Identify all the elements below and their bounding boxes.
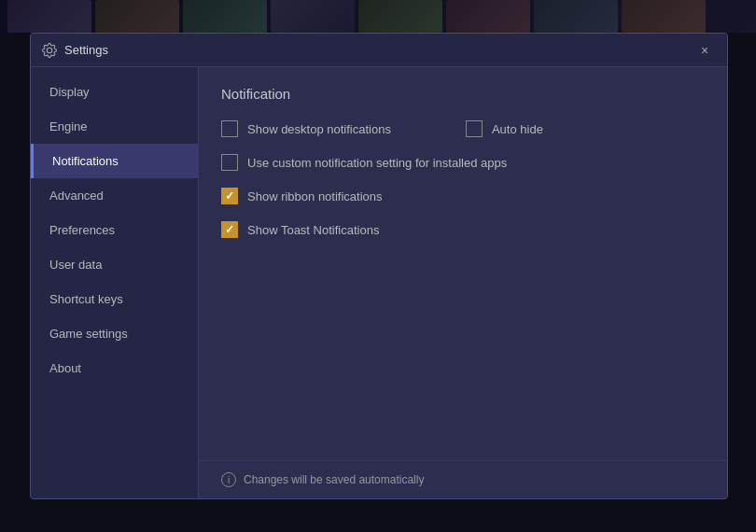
dialog-title: Settings — [64, 43, 693, 57]
sidebar-item-advanced[interactable]: Advanced — [31, 178, 198, 213]
show-toast-checkbox[interactable] — [221, 221, 238, 238]
close-button[interactable]: × — [693, 39, 716, 62]
auto-hide-label[interactable]: Auto hide — [492, 122, 543, 136]
show-toast-label[interactable]: Show Toast Notifications — [247, 223, 379, 237]
show-ribbon-checkbox[interactable] — [221, 188, 238, 204]
settings-dialog: Settings × Display Engine Notifications … — [30, 33, 728, 499]
show-ribbon-label[interactable]: Show ribbon notifications — [247, 189, 383, 203]
footer-note: i Changes will be saved automatically — [199, 460, 727, 498]
show-toast-row: Show Toast Notifications — [221, 221, 705, 238]
footer-note-text: Changes will be saved automatically — [244, 473, 424, 486]
custom-notification-row: Use custom notification setting for inst… — [221, 154, 705, 171]
sidebar-item-preferences[interactable]: Preferences — [31, 213, 198, 247]
custom-notification-checkbox[interactable] — [221, 154, 238, 171]
section-title: Notification — [221, 86, 705, 102]
settings-icon — [42, 43, 57, 58]
show-desktop-label[interactable]: Show desktop notifications — [247, 122, 391, 136]
auto-hide-group: Auto hide — [466, 120, 543, 137]
sidebar-item-user-data[interactable]: User data — [31, 247, 198, 282]
show-desktop-group: Show desktop notifications — [221, 120, 391, 137]
show-desktop-checkbox[interactable] — [221, 120, 238, 137]
sidebar-item-shortcut-keys[interactable]: Shortcut keys — [31, 282, 198, 316]
show-ribbon-row: Show ribbon notifications — [221, 188, 705, 204]
sidebar: Display Engine Notifications Advanced Pr… — [31, 67, 199, 498]
first-row: Show desktop notifications Auto hide — [221, 120, 705, 137]
sidebar-item-about[interactable]: About — [31, 351, 198, 385]
dialog-body: Display Engine Notifications Advanced Pr… — [31, 67, 727, 498]
sidebar-item-display[interactable]: Display — [31, 75, 198, 109]
info-icon: i — [221, 472, 236, 487]
sidebar-item-engine[interactable]: Engine — [31, 109, 198, 144]
auto-hide-checkbox[interactable] — [466, 120, 483, 137]
dialog-titlebar: Settings × — [31, 34, 727, 67]
content-area: Notification Show desktop notifications … — [199, 67, 727, 498]
custom-notification-label[interactable]: Use custom notification setting for inst… — [247, 156, 507, 170]
sidebar-item-game-settings[interactable]: Game settings — [31, 316, 198, 351]
sidebar-item-notifications[interactable]: Notifications — [31, 144, 198, 178]
